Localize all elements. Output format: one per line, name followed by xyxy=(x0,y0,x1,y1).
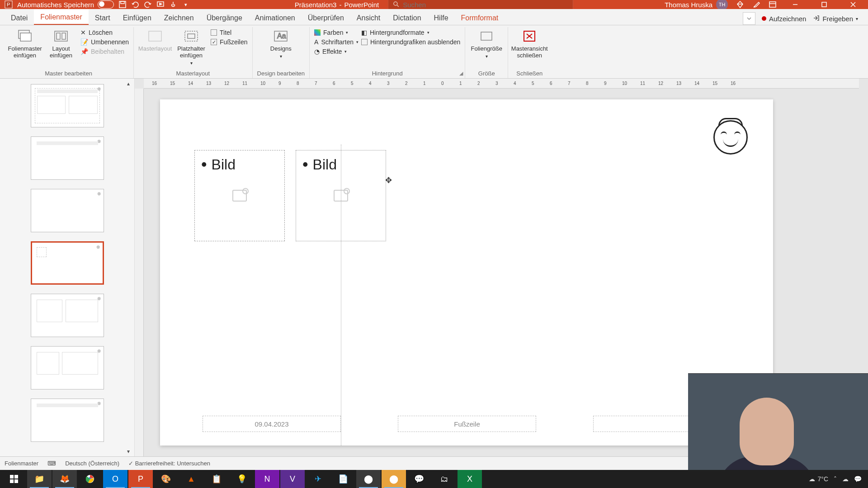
telegram-icon[interactable]: ✈ xyxy=(306,470,330,488)
loeschen-button[interactable]: ✕Löschen xyxy=(80,29,129,36)
date-placeholder[interactable]: 09.04.2023 xyxy=(203,416,341,432)
share-icon xyxy=(812,14,820,23)
group-label: Größe xyxy=(478,69,495,78)
autosave-toggle[interactable]: Automatisches Speichern xyxy=(17,0,114,9)
foliengroesse-button[interactable]: Foliengröße▾ xyxy=(470,29,503,59)
farben-button[interactable]: Farben▾ xyxy=(314,29,359,36)
redo-icon[interactable] xyxy=(144,0,152,9)
scroll-up-icon[interactable]: ▴ xyxy=(124,80,132,88)
collapse-ribbon-button[interactable] xyxy=(743,12,755,25)
tab-datei[interactable]: Datei xyxy=(5,10,34,25)
record-button[interactable]: Aufzeichnen xyxy=(762,15,807,23)
svg-rect-22 xyxy=(10,479,14,483)
app-icon[interactable]: 🎨 xyxy=(154,470,178,488)
app-name: PowerPoint xyxy=(344,1,379,9)
fusszeilen-checkbox[interactable]: Fußzeilen xyxy=(211,38,247,46)
share-button[interactable]: Freigeben ▾ xyxy=(812,14,858,23)
firefox-icon[interactable]: 🦊 xyxy=(52,470,77,488)
onenote-icon[interactable]: N xyxy=(255,470,279,488)
umbenennen-button[interactable]: 📝Umbenennen xyxy=(80,38,129,46)
rename-icon: 📝 xyxy=(80,38,88,46)
visual-studio-icon[interactable]: V xyxy=(280,470,305,488)
outlook-icon[interactable]: O xyxy=(103,470,127,488)
dialog-launcher-icon[interactable]: ◢ xyxy=(459,70,463,76)
slide-canvas[interactable]: Bild Bild ✥ 09.04.2023 Fußzeile xyxy=(160,99,773,446)
start-button[interactable] xyxy=(2,470,26,488)
tab-ansicht[interactable]: Ansicht xyxy=(350,10,387,25)
svg-rect-14 xyxy=(185,31,198,41)
hide-background-graphics-checkbox[interactable]: Hintergrundgrafiken ausblenden xyxy=(361,38,460,46)
tray-icon[interactable]: ☁ xyxy=(842,475,849,483)
tab-animationen[interactable]: Animationen xyxy=(249,10,302,25)
titel-checkbox[interactable]: Titel xyxy=(211,29,247,36)
tab-dictation[interactable]: Dictation xyxy=(387,10,427,25)
app-icon[interactable]: 📄 xyxy=(331,470,355,488)
tab-einfuegen[interactable]: Einfügen xyxy=(117,10,158,25)
svg-rect-9 xyxy=(20,33,31,41)
svg-rect-12 xyxy=(62,33,66,39)
weather-widget[interactable]: ☁ 7°C xyxy=(809,475,829,483)
footer-placeholder[interactable]: Fußzeile xyxy=(398,416,536,432)
minimize-button[interactable] xyxy=(785,0,806,9)
svg-rect-7 xyxy=(822,2,826,7)
tab-folienmaster[interactable]: Folienmaster xyxy=(34,9,88,25)
layout-thumbnail[interactable]: ⊗ xyxy=(31,84,104,127)
masteransicht-schliessen-button[interactable]: Masteransicht schließen xyxy=(513,29,546,59)
pen-icon[interactable] xyxy=(752,0,760,9)
smiley-shape[interactable] xyxy=(713,120,748,155)
effekte-button[interactable]: ◔Effekte▾ xyxy=(314,48,359,55)
designs-button[interactable]: Aa Designs▾ xyxy=(264,29,297,59)
tab-uebergaenge[interactable]: Übergänge xyxy=(200,10,249,25)
language-status[interactable]: Deutsch (Österreich) xyxy=(65,460,119,467)
layout-thumbnail-selected[interactable]: ⊗ xyxy=(31,241,104,285)
tab-start[interactable]: Start xyxy=(89,10,117,25)
discord-icon[interactable]: 💬 xyxy=(407,470,431,488)
layout-thumbnail[interactable]: ⊗ xyxy=(31,346,104,389)
app-icon[interactable]: 📋 xyxy=(204,470,229,488)
obs-icon[interactable]: ⬤ xyxy=(356,470,381,488)
chrome-icon[interactable] xyxy=(78,470,102,488)
start-from-beginning-icon[interactable] xyxy=(156,0,165,9)
close-button[interactable] xyxy=(843,0,863,9)
platzhalter-einfuegen-button[interactable]: Platzhalter einfügen▾ xyxy=(175,29,208,66)
layout-thumbnail[interactable]: ⊗ xyxy=(31,136,104,180)
diamond-icon[interactable] xyxy=(736,0,744,9)
layout-einfuegen-button[interactable]: Layout einfügen xyxy=(44,29,78,59)
maximize-button[interactable] xyxy=(814,0,835,9)
autosave-label: Automatisches Speichern xyxy=(17,1,94,9)
tray-chevron-icon[interactable]: ˄ xyxy=(834,475,837,483)
save-icon[interactable] xyxy=(118,0,127,9)
group-label: Schließen xyxy=(516,69,542,78)
layout-thumbnail[interactable]: ⊗ xyxy=(31,399,104,442)
app-icon[interactable]: ⬤ xyxy=(382,470,406,488)
app-icon[interactable]: 🗂 xyxy=(432,470,457,488)
tab-ueberpruefen[interactable]: Überprüfen xyxy=(302,10,350,25)
image-placeholder-1[interactable]: Bild xyxy=(194,150,285,241)
layout-thumbnail[interactable]: ⊗ xyxy=(31,189,104,232)
fonts-icon: A xyxy=(314,38,318,46)
delete-icon: ✕ xyxy=(80,29,86,36)
excel-icon[interactable]: X xyxy=(458,470,482,488)
schriftarten-button[interactable]: ASchriftarten▾ xyxy=(314,38,359,46)
accessibility-status[interactable]: ✓ Barrierefreiheit: Untersuchen xyxy=(128,460,210,467)
tray-icon[interactable]: 💬 xyxy=(854,475,862,483)
thumbnail-panel[interactable]: ▴ ⊗ ⊗ ⊗ ⊗ ⊗ ⊗ ⊗ ▾ xyxy=(0,79,135,456)
touch-mode-icon[interactable] xyxy=(169,0,177,9)
effects-icon: ◔ xyxy=(314,48,320,55)
tab-formformat[interactable]: Formformat xyxy=(455,10,505,25)
app-icon[interactable]: 💡 xyxy=(230,470,254,488)
qat-dropdown-icon[interactable]: ▾ xyxy=(182,0,190,9)
tab-hilfe[interactable]: Hilfe xyxy=(428,10,455,25)
hintergrundformate-button[interactable]: ◧Hintergrundformate▾ xyxy=(361,29,460,36)
scroll-down-icon[interactable]: ▾ xyxy=(124,447,132,455)
undo-icon[interactable] xyxy=(131,0,139,9)
layout-thumbnail[interactable]: ⊗ xyxy=(31,294,104,337)
window-icon[interactable] xyxy=(769,0,777,9)
keyboard-icon[interactable]: ⌨ xyxy=(47,460,56,467)
tab-zeichnen[interactable]: Zeichnen xyxy=(158,10,200,25)
powerpoint-icon[interactable]: P xyxy=(128,470,153,488)
file-explorer-icon[interactable]: 📁 xyxy=(27,470,52,488)
vlc-icon[interactable]: ▲ xyxy=(179,470,203,488)
folienmaster-einfuegen-button[interactable]: Folienmaster einfügen xyxy=(8,29,42,59)
search-input[interactable] xyxy=(403,1,568,9)
